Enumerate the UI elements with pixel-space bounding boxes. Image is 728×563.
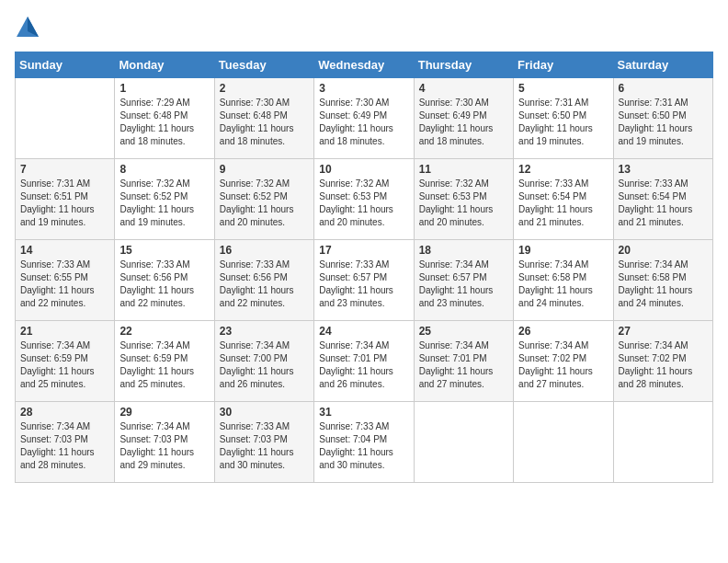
day-info: Sunrise: 7:33 AM Sunset: 6:57 PM Dayligh… xyxy=(319,259,408,310)
table-cell: 30Sunrise: 7:33 AM Sunset: 7:03 PM Dayli… xyxy=(214,402,313,483)
table-cell: 27Sunrise: 7:34 AM Sunset: 7:02 PM Dayli… xyxy=(613,321,712,402)
day-number: 23 xyxy=(220,325,309,338)
logo-icon xyxy=(15,15,40,40)
day-number: 22 xyxy=(119,325,209,338)
week-row-4: 21Sunrise: 7:34 AM Sunset: 6:59 PM Dayli… xyxy=(16,321,713,402)
week-row-2: 7Sunrise: 7:31 AM Sunset: 6:51 PM Daylig… xyxy=(16,159,713,240)
table-cell: 13Sunrise: 7:33 AM Sunset: 6:54 PM Dayli… xyxy=(613,159,712,240)
table-cell: 28Sunrise: 7:34 AM Sunset: 7:03 PM Dayli… xyxy=(16,402,115,483)
header-monday: Monday xyxy=(115,52,214,78)
calendar-table: SundayMondayTuesdayWednesdayThursdayFrid… xyxy=(15,52,713,483)
day-info: Sunrise: 7:29 AM Sunset: 6:48 PM Dayligh… xyxy=(119,97,209,148)
table-cell: 24Sunrise: 7:34 AM Sunset: 7:01 PM Dayli… xyxy=(314,321,414,402)
table-cell: 9Sunrise: 7:32 AM Sunset: 6:52 PM Daylig… xyxy=(214,159,313,240)
table-cell: 19Sunrise: 7:34 AM Sunset: 6:58 PM Dayli… xyxy=(514,240,613,321)
table-cell: 3Sunrise: 7:30 AM Sunset: 6:49 PM Daylig… xyxy=(314,78,414,159)
table-cell xyxy=(613,402,712,483)
day-number: 16 xyxy=(220,244,309,257)
day-info: Sunrise: 7:34 AM Sunset: 7:01 PM Dayligh… xyxy=(419,339,508,391)
day-info: Sunrise: 7:32 AM Sunset: 6:52 PM Dayligh… xyxy=(220,178,309,229)
table-cell: 21Sunrise: 7:34 AM Sunset: 6:59 PM Dayli… xyxy=(16,321,115,402)
day-info: Sunrise: 7:30 AM Sunset: 6:49 PM Dayligh… xyxy=(419,97,508,148)
table-cell: 6Sunrise: 7:31 AM Sunset: 6:50 PM Daylig… xyxy=(613,78,712,159)
table-cell: 8Sunrise: 7:32 AM Sunset: 6:52 PM Daylig… xyxy=(115,159,214,240)
day-info: Sunrise: 7:31 AM Sunset: 6:50 PM Dayligh… xyxy=(619,97,708,148)
day-info: Sunrise: 7:34 AM Sunset: 6:57 PM Dayligh… xyxy=(419,259,508,310)
table-cell: 5Sunrise: 7:31 AM Sunset: 6:50 PM Daylig… xyxy=(514,78,613,159)
day-number: 7 xyxy=(20,163,109,176)
day-number: 31 xyxy=(319,406,408,419)
day-info: Sunrise: 7:34 AM Sunset: 7:03 PM Dayligh… xyxy=(20,420,109,472)
day-number: 27 xyxy=(619,325,708,338)
table-cell: 14Sunrise: 7:33 AM Sunset: 6:55 PM Dayli… xyxy=(16,240,115,321)
header-thursday: Thursday xyxy=(414,52,513,78)
table-cell: 2Sunrise: 7:30 AM Sunset: 6:48 PM Daylig… xyxy=(214,78,313,159)
day-info: Sunrise: 7:33 AM Sunset: 7:04 PM Dayligh… xyxy=(319,420,408,472)
table-cell: 23Sunrise: 7:34 AM Sunset: 7:00 PM Dayli… xyxy=(214,321,313,402)
day-number: 4 xyxy=(419,82,508,95)
header-sunday: Sunday xyxy=(16,52,115,78)
table-cell: 7Sunrise: 7:31 AM Sunset: 6:51 PM Daylig… xyxy=(16,159,115,240)
day-info: Sunrise: 7:32 AM Sunset: 6:53 PM Dayligh… xyxy=(319,178,408,229)
day-info: Sunrise: 7:33 AM Sunset: 7:03 PM Dayligh… xyxy=(220,420,309,472)
table-cell: 18Sunrise: 7:34 AM Sunset: 6:57 PM Dayli… xyxy=(414,240,513,321)
day-number: 18 xyxy=(419,244,508,257)
table-cell: 16Sunrise: 7:33 AM Sunset: 6:56 PM Dayli… xyxy=(214,240,313,321)
header-saturday: Saturday xyxy=(613,52,712,78)
day-number: 6 xyxy=(619,82,708,95)
day-number: 14 xyxy=(20,244,109,257)
table-cell: 20Sunrise: 7:34 AM Sunset: 6:58 PM Dayli… xyxy=(613,240,712,321)
day-info: Sunrise: 7:34 AM Sunset: 7:02 PM Dayligh… xyxy=(619,339,708,391)
table-cell: 25Sunrise: 7:34 AM Sunset: 7:01 PM Dayli… xyxy=(414,321,513,402)
table-cell xyxy=(414,402,513,483)
day-number: 19 xyxy=(518,244,608,257)
table-cell: 29Sunrise: 7:34 AM Sunset: 7:03 PM Dayli… xyxy=(115,402,214,483)
logo xyxy=(15,15,44,40)
day-info: Sunrise: 7:34 AM Sunset: 7:00 PM Dayligh… xyxy=(220,339,309,391)
table-cell: 31Sunrise: 7:33 AM Sunset: 7:04 PM Dayli… xyxy=(314,402,414,483)
day-info: Sunrise: 7:33 AM Sunset: 6:54 PM Dayligh… xyxy=(619,178,708,229)
table-cell: 12Sunrise: 7:33 AM Sunset: 6:54 PM Dayli… xyxy=(514,159,613,240)
day-number: 2 xyxy=(220,82,309,95)
header-friday: Friday xyxy=(514,52,613,78)
table-cell: 17Sunrise: 7:33 AM Sunset: 6:57 PM Dayli… xyxy=(314,240,414,321)
day-number: 9 xyxy=(220,163,309,176)
table-cell: 11Sunrise: 7:32 AM Sunset: 6:53 PM Dayli… xyxy=(414,159,513,240)
table-cell xyxy=(514,402,613,483)
day-number: 12 xyxy=(518,163,608,176)
day-info: Sunrise: 7:34 AM Sunset: 7:01 PM Dayligh… xyxy=(319,339,408,391)
day-number: 15 xyxy=(119,244,209,257)
table-cell: 26Sunrise: 7:34 AM Sunset: 7:02 PM Dayli… xyxy=(514,321,613,402)
day-number: 13 xyxy=(619,163,708,176)
table-cell: 10Sunrise: 7:32 AM Sunset: 6:53 PM Dayli… xyxy=(314,159,414,240)
table-cell: 4Sunrise: 7:30 AM Sunset: 6:49 PM Daylig… xyxy=(414,78,513,159)
day-info: Sunrise: 7:33 AM Sunset: 6:54 PM Dayligh… xyxy=(518,178,608,229)
day-number: 30 xyxy=(220,406,309,419)
day-number: 24 xyxy=(319,325,408,338)
day-number: 29 xyxy=(119,406,209,419)
day-number: 28 xyxy=(20,406,109,419)
table-cell: 15Sunrise: 7:33 AM Sunset: 6:56 PM Dayli… xyxy=(115,240,214,321)
day-info: Sunrise: 7:32 AM Sunset: 6:53 PM Dayligh… xyxy=(419,178,508,229)
day-number: 20 xyxy=(619,244,708,257)
day-number: 17 xyxy=(319,244,408,257)
day-info: Sunrise: 7:34 AM Sunset: 6:58 PM Dayligh… xyxy=(518,259,608,310)
day-number: 10 xyxy=(319,163,408,176)
table-cell xyxy=(16,78,115,159)
day-info: Sunrise: 7:31 AM Sunset: 6:50 PM Dayligh… xyxy=(518,97,608,148)
day-info: Sunrise: 7:34 AM Sunset: 7:02 PM Dayligh… xyxy=(518,339,608,391)
week-row-3: 14Sunrise: 7:33 AM Sunset: 6:55 PM Dayli… xyxy=(16,240,713,321)
day-info: Sunrise: 7:32 AM Sunset: 6:52 PM Dayligh… xyxy=(119,178,209,229)
day-info: Sunrise: 7:31 AM Sunset: 6:51 PM Dayligh… xyxy=(20,178,109,229)
page-header xyxy=(15,15,713,40)
day-number: 3 xyxy=(319,82,408,95)
day-info: Sunrise: 7:34 AM Sunset: 6:58 PM Dayligh… xyxy=(619,259,708,310)
header-row: SundayMondayTuesdayWednesdayThursdayFrid… xyxy=(16,52,713,78)
table-cell: 22Sunrise: 7:34 AM Sunset: 6:59 PM Dayli… xyxy=(115,321,214,402)
day-info: Sunrise: 7:34 AM Sunset: 6:59 PM Dayligh… xyxy=(119,339,209,391)
table-cell: 1Sunrise: 7:29 AM Sunset: 6:48 PM Daylig… xyxy=(115,78,214,159)
week-row-1: 1Sunrise: 7:29 AM Sunset: 6:48 PM Daylig… xyxy=(16,78,713,159)
week-row-5: 28Sunrise: 7:34 AM Sunset: 7:03 PM Dayli… xyxy=(16,402,713,483)
day-info: Sunrise: 7:34 AM Sunset: 7:03 PM Dayligh… xyxy=(119,420,209,472)
day-number: 25 xyxy=(419,325,508,338)
